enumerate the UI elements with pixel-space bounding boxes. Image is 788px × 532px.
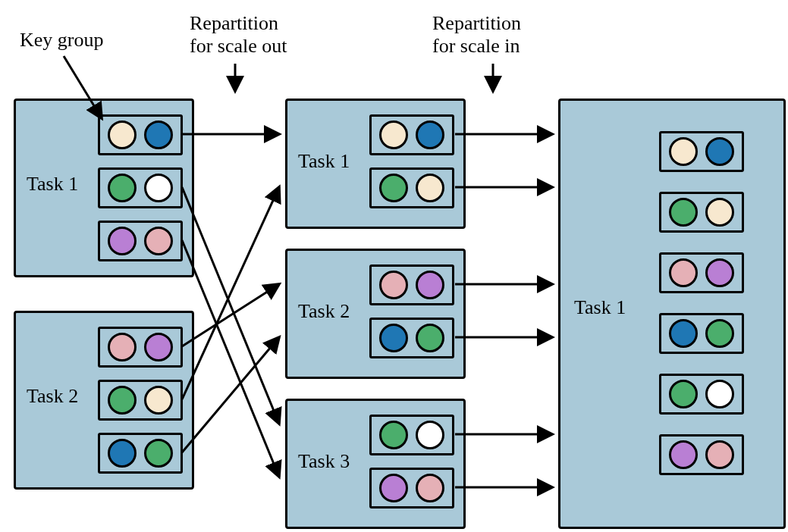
keygroup bbox=[98, 433, 183, 474]
dot-icon bbox=[379, 120, 408, 149]
keygroup bbox=[659, 313, 744, 354]
left-task-1-box: Task 1 bbox=[14, 99, 194, 277]
dot-icon bbox=[144, 333, 173, 361]
keygroup bbox=[369, 468, 454, 509]
dot-icon bbox=[416, 421, 444, 449]
keygroup bbox=[369, 318, 454, 358]
dot-icon bbox=[108, 386, 137, 415]
label-repartition-out: Repartition for scale out bbox=[190, 12, 287, 58]
keygroup bbox=[98, 380, 183, 421]
dot-icon bbox=[416, 174, 444, 202]
keygroup bbox=[98, 327, 183, 368]
dot-icon bbox=[108, 120, 137, 149]
svg-line-6 bbox=[182, 284, 279, 346]
label-repartition-in: Repartition for scale in bbox=[432, 12, 521, 58]
dot-icon bbox=[379, 474, 408, 502]
svg-line-4 bbox=[182, 187, 279, 424]
mid-task-2-title: Task 2 bbox=[298, 300, 350, 323]
left-task-2-box: Task 2 bbox=[14, 311, 194, 490]
keygroup bbox=[98, 114, 183, 155]
dot-icon bbox=[669, 137, 698, 166]
dot-icon bbox=[144, 386, 173, 415]
dot-icon bbox=[416, 324, 444, 352]
keygroup bbox=[369, 415, 454, 455]
keygroup bbox=[369, 264, 454, 305]
keygroup bbox=[98, 167, 183, 208]
label-line1: Repartition bbox=[432, 12, 521, 34]
dot-icon bbox=[669, 258, 698, 287]
dot-icon bbox=[669, 440, 698, 469]
label-line2: for scale in bbox=[432, 35, 520, 57]
dot-icon bbox=[705, 440, 734, 469]
dot-icon bbox=[144, 174, 173, 202]
keygroup bbox=[369, 114, 454, 155]
dot-icon bbox=[379, 271, 408, 299]
keygroup bbox=[369, 167, 454, 208]
keygroup bbox=[659, 131, 744, 172]
dot-icon bbox=[144, 120, 173, 149]
dot-icon bbox=[705, 380, 734, 408]
mid-task-2-box: Task 2 bbox=[285, 249, 466, 379]
left-task-2-title: Task 2 bbox=[27, 385, 78, 408]
keygroup bbox=[659, 374, 744, 415]
keygroup bbox=[659, 252, 744, 293]
dot-icon bbox=[108, 227, 137, 255]
mid-task-3-box: Task 3 bbox=[285, 399, 466, 529]
dot-icon bbox=[379, 324, 408, 352]
dot-icon bbox=[705, 198, 734, 227]
dot-icon bbox=[144, 227, 173, 255]
svg-line-7 bbox=[182, 187, 279, 399]
label-key-group: Key group bbox=[20, 29, 103, 52]
diagram-canvas: Key group Repartition for scale out Repa… bbox=[8, 8, 788, 532]
dot-icon bbox=[416, 474, 444, 502]
keygroup bbox=[659, 192, 744, 233]
label-line2: for scale out bbox=[190, 35, 287, 57]
dot-icon bbox=[108, 174, 137, 202]
dot-icon bbox=[108, 333, 137, 361]
dot-icon bbox=[669, 319, 698, 348]
mid-task-3-title: Task 3 bbox=[298, 450, 350, 473]
dot-icon bbox=[379, 174, 408, 202]
label-line1: Repartition bbox=[190, 12, 278, 34]
left-task-1-title: Task 1 bbox=[27, 173, 78, 196]
right-task-1-title: Task 1 bbox=[574, 296, 626, 319]
svg-line-8 bbox=[182, 337, 279, 452]
dot-icon bbox=[669, 380, 698, 408]
svg-line-5 bbox=[182, 240, 279, 477]
dot-icon bbox=[705, 137, 734, 166]
dot-icon bbox=[705, 258, 734, 287]
dot-icon bbox=[108, 439, 137, 468]
dot-icon bbox=[144, 439, 173, 468]
dot-icon bbox=[379, 421, 408, 449]
dot-icon bbox=[669, 198, 698, 227]
dot-icon bbox=[416, 120, 444, 149]
dot-icon bbox=[416, 271, 444, 299]
keygroup bbox=[659, 434, 744, 475]
mid-task-1-title: Task 1 bbox=[298, 150, 350, 173]
keygroup bbox=[98, 221, 183, 261]
right-task-1-box: Task 1 bbox=[558, 99, 786, 529]
dot-icon bbox=[705, 319, 734, 348]
mid-task-1-box: Task 1 bbox=[285, 99, 466, 229]
